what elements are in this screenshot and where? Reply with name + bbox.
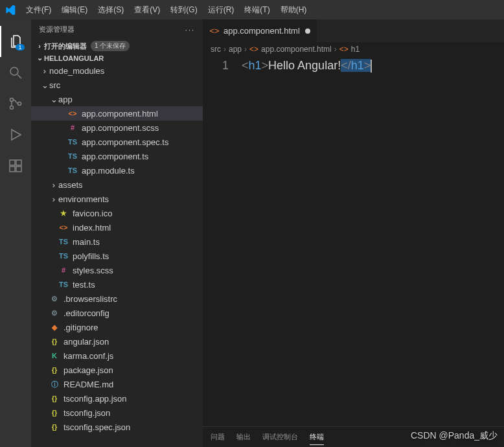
code-line-1[interactable]: <h1>Hello Angular!</h1> — [242, 59, 372, 73]
svg-rect-7 — [16, 166, 21, 172]
svg-point-0 — [10, 67, 18, 75]
file-polyfills-ts[interactable]: TSpolyfills.ts — [31, 249, 203, 263]
karma-file-icon: K — [49, 352, 60, 360]
sidebar-title: 资源管理器 — [39, 25, 74, 34]
explorer-sidebar: 资源管理器 ··· › 打开的编辑器 1 个未保存 ⌄ HELLOANGULAR… — [31, 19, 203, 447]
config-file-icon: ⚙ — [49, 295, 60, 303]
menu-go[interactable]: 转到(G) — [165, 5, 202, 16]
line-number: 1 — [203, 59, 242, 73]
sidebar-more-icon[interactable]: ··· — [185, 26, 195, 34]
file-index-html[interactable]: <>index.html — [31, 220, 203, 235]
html-file-icon: <> — [209, 26, 220, 36]
breadcrumb-symbol[interactable]: h1 — [351, 45, 360, 54]
html-file-icon: <> — [58, 224, 69, 231]
ts-file-icon: TS — [58, 238, 69, 246]
file-readme-md[interactable]: ⓘREADME.md — [31, 377, 203, 391]
symbol-icon: <> — [339, 45, 349, 54]
favicon-file-icon: ★ — [58, 209, 69, 218]
file-angular-json[interactable]: {}angular.json — [31, 334, 203, 349]
ts-file-icon: TS — [67, 166, 78, 174]
scss-file-icon: # — [58, 266, 69, 274]
file-tsconfig-app-json[interactable]: {}tsconfig.app.json — [31, 391, 203, 406]
panel-tab-debug-console[interactable]: 调试控制台 — [262, 430, 298, 444]
breadcrumb-src[interactable]: src — [211, 45, 221, 54]
file-styles-scss[interactable]: #styles.scss — [31, 263, 203, 277]
menu-file[interactable]: 文件(F) — [21, 5, 56, 16]
menubar: 文件(F) 编辑(E) 选择(S) 查看(V) 转到(G) 运行(R) 终端(T… — [0, 0, 504, 19]
ts-file-icon: TS — [58, 252, 69, 260]
open-editors-section[interactable]: › 打开的编辑器 1 个未保存 — [31, 40, 203, 52]
code-editor[interactable]: 1 <h1>Hello Angular!</h1> — [203, 56, 504, 73]
text-cursor — [371, 60, 372, 73]
svg-rect-5 — [10, 160, 15, 165]
project-section[interactable]: ⌄ HELLOANGULAR — [31, 52, 203, 63]
svg-point-4 — [18, 102, 21, 106]
chevron-right-icon: › — [40, 66, 49, 76]
folder-src[interactable]: ⌄src — [31, 78, 203, 92]
menu-run[interactable]: 运行(R) — [203, 5, 240, 16]
chevron-right-icon: › — [49, 194, 58, 204]
file-browserslistrc[interactable]: ⚙.browserslistrc — [31, 292, 203, 306]
breadcrumb-file[interactable]: app.component.html — [261, 45, 332, 54]
file-main-ts[interactable]: TSmain.ts — [31, 235, 203, 249]
file-favicon-ico[interactable]: ★favicon.ico — [31, 206, 203, 220]
activity-search[interactable] — [0, 57, 31, 88]
file-editorconfig[interactable]: ⚙.editorconfig — [31, 306, 203, 320]
project-name: HELLOANGULAR — [44, 54, 104, 62]
scss-file-icon: # — [67, 124, 78, 132]
menu-edit[interactable]: 编辑(E) — [56, 5, 93, 16]
chevron-right-icon: › — [334, 45, 337, 54]
folder-assets[interactable]: ›assets — [31, 178, 203, 192]
file-gitignore[interactable]: ◆.gitignore — [31, 320, 203, 334]
tab-app-component-html[interactable]: <> app.component.html — [203, 19, 317, 42]
activity-bar: 1 — [0, 19, 31, 447]
menu-selection[interactable]: 选择(S) — [93, 5, 129, 16]
activity-scm[interactable] — [0, 88, 31, 119]
config-file-icon: ⚙ — [49, 309, 60, 317]
activity-run-debug[interactable] — [0, 119, 31, 150]
menu-terminal[interactable]: 终端(T) — [239, 5, 275, 16]
tab-label: app.component.html — [223, 26, 300, 36]
bottom-panel: 问题 输出 调试控制台 终端 — [203, 426, 504, 447]
svg-point-2 — [10, 98, 14, 102]
unsaved-badge: 1 个未保存 — [91, 41, 130, 51]
json-file-icon: {} — [49, 338, 60, 345]
panel-tab-problems[interactable]: 问题 — [211, 430, 225, 444]
json-file-icon: {} — [49, 366, 60, 374]
chevron-right-icon: › — [244, 45, 247, 54]
open-editors-label: 打开的编辑器 — [44, 41, 87, 51]
menu-help[interactable]: 帮助(H) — [275, 5, 312, 16]
file-tsconfig-json[interactable]: {}tsconfig.json — [31, 406, 203, 420]
file-test-ts[interactable]: TStest.ts — [31, 277, 203, 292]
activity-extensions[interactable] — [0, 150, 31, 181]
file-karma-conf-js[interactable]: Kkarma.conf.js — [31, 349, 203, 363]
panel-tab-terminal[interactable]: 终端 — [310, 430, 324, 445]
chevron-right-icon: › — [223, 45, 226, 54]
git-file-icon: ◆ — [49, 323, 60, 332]
file-app-component-html[interactable]: <>app.component.html — [31, 106, 203, 120]
file-tree: ›node_modules ⌄src ⌄app <>app.component.… — [31, 63, 203, 447]
json-file-icon: {} — [49, 409, 60, 417]
ts-file-icon: TS — [67, 138, 78, 146]
chevron-down-icon: ⌄ — [49, 95, 58, 104]
file-app-component-ts[interactable]: TSapp.component.ts — [31, 149, 203, 163]
json-file-icon: {} — [49, 423, 60, 431]
folder-node-modules[interactable]: ›node_modules — [31, 63, 203, 78]
file-app-component-spec-ts[interactable]: TSapp.component.spec.ts — [31, 135, 203, 149]
explorer-badge: 1 — [16, 44, 25, 51]
breadcrumbs[interactable]: src› app› <> app.component.html› <> h1 — [203, 42, 504, 56]
file-tsconfig-spec-json[interactable]: {}tsconfig.spec.json — [31, 420, 203, 434]
folder-environments[interactable]: ›environments — [31, 192, 203, 206]
chevron-right-icon: › — [35, 42, 44, 50]
menu-view[interactable]: 查看(V) — [129, 5, 165, 16]
chevron-down-icon: ⌄ — [35, 54, 44, 62]
file-package-json[interactable]: {}package.json — [31, 363, 203, 377]
file-app-module-ts[interactable]: TSapp.module.ts — [31, 163, 203, 178]
file-app-component-scss[interactable]: #app.component.scss — [31, 120, 203, 135]
activity-explorer[interactable]: 1 — [0, 26, 31, 57]
editor-area: <> app.component.html src› app› <> app.c… — [203, 19, 504, 447]
breadcrumb-app[interactable]: app — [229, 45, 242, 54]
chevron-down-icon: ⌄ — [40, 80, 49, 90]
panel-tab-output[interactable]: 输出 — [236, 430, 251, 444]
folder-app[interactable]: ⌄app — [31, 92, 203, 106]
